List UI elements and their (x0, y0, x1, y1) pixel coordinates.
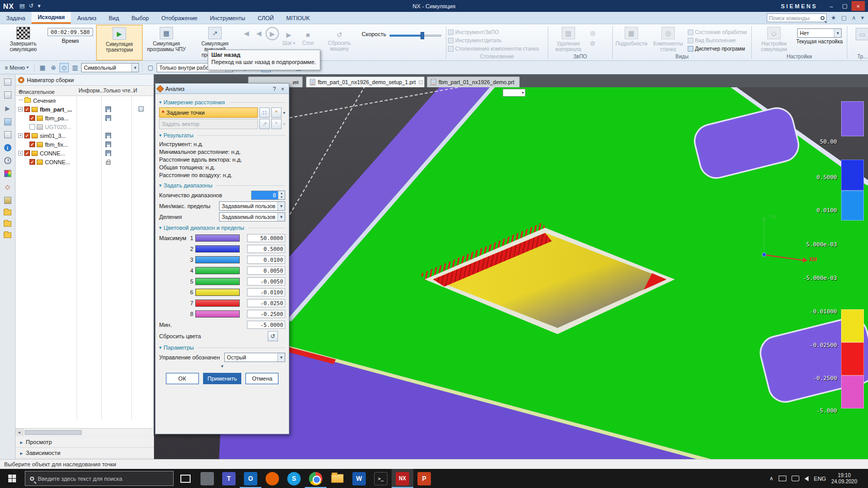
tray-chevron-icon[interactable]: ∧ (769, 475, 773, 482)
color-swatch[interactable] (195, 234, 240, 242)
speed-slider-thumb[interactable] (421, 32, 424, 39)
tree-row-conne-2[interactable]: ✓ CONNE... (16, 158, 153, 166)
checkbox-checked[interactable]: ✓ (29, 159, 35, 165)
tab-ishodnaya[interactable]: Исходная (32, 12, 71, 24)
tab-vid[interactable]: Вид (103, 12, 126, 24)
collapse-expander-icon[interactable]: − (18, 107, 23, 112)
scope-icon[interactable]: ▢ (146, 63, 155, 72)
taskbar-app-outlook[interactable]: O (240, 469, 261, 488)
minimize-ribbon-icon[interactable]: ∧ (850, 14, 857, 21)
ivs-option-1-icon[interactable]: ◎ (588, 28, 597, 38)
settings-preset-combo[interactable]: Нет ▾ (797, 28, 842, 38)
checkbox-checked[interactable]: ✓ (24, 150, 30, 156)
close-button[interactable]: × (851, 1, 865, 11)
type-filter-combo[interactable]: Символьный ▾ (81, 63, 139, 72)
color-swatch[interactable] (195, 256, 240, 263)
section-ranges[interactable]: ▾ Задать диапазоны (159, 182, 285, 188)
tab-vybor[interactable]: Выбор (125, 12, 155, 24)
taskbar-app-explorer[interactable] (327, 469, 348, 488)
inferred-point-button[interactable]: * (271, 107, 282, 118)
details-button[interactable]: ▦ Подробности (614, 25, 648, 46)
taskbar-app-firefox[interactable] (261, 469, 283, 488)
specify-point-field[interactable]: * Задание точки (159, 107, 258, 118)
brush-icon[interactable]: ◇ (4, 183, 12, 191)
section-color-ranges[interactable]: ▾ Цветовой диапазон и пределы (159, 225, 285, 231)
minimum-value-field[interactable]: -5.0000 (247, 321, 285, 329)
range-value-field[interactable]: -0.0250 (247, 299, 285, 307)
minmax-combo[interactable]: Задаваемый пользов ▾ (219, 201, 285, 211)
taskbar-app-nx[interactable]: NX (392, 469, 413, 488)
machine-components-button[interactable]: ◎ Компоненты станка (649, 25, 687, 52)
assembly-navigator-icon[interactable] (4, 78, 11, 86)
tr-group-icon[interactable]: ▭ (856, 28, 868, 40)
section-distance-measure[interactable]: ▾ Измерение расстояния (159, 99, 285, 105)
reset-colors-button[interactable]: ↺ (268, 331, 278, 341)
checkbox-unchecked[interactable] (29, 124, 35, 130)
play-icon[interactable]: ▶ (266, 27, 279, 40)
hscrollbar-thumb[interactable] (25, 430, 82, 435)
step-forward-button[interactable]: ▶ Шаг▾ (280, 27, 298, 46)
marker-combo[interactable]: Острый ▾ (224, 353, 285, 362)
processing-state-toggle[interactable]: Состояние обработки (688, 28, 749, 36)
range-value-field[interactable]: -0.0100 (247, 288, 285, 296)
simulation-settings-button[interactable]: ◇ Настройки симуляции (753, 25, 795, 52)
material-removal-button[interactable]: ▥ Удаление материала (550, 25, 587, 52)
time-field[interactable]: 00:02:09.580 (48, 28, 93, 36)
section-parameters[interactable]: ▾ Параметры (159, 344, 285, 351)
selection-filter-icon-2[interactable]: ⊕ (49, 63, 58, 72)
taskbar-app-teams[interactable]: T (218, 469, 240, 488)
minimize-button[interactable]: – (825, 1, 838, 11)
column-readonly[interactable]: Только чте... (103, 87, 135, 93)
viewport-mini-dropdown[interactable]: ▾ (503, 89, 525, 97)
inferred-vector-button[interactable]: * (271, 119, 282, 129)
range-value-field[interactable]: -0.0050 (247, 277, 285, 286)
reset-machine-button[interactable]: ↺ Сбросить машину (318, 27, 361, 52)
file-tab-demo[interactable]: fbm_part_01_nx1926_demo.prt (427, 76, 520, 87)
palette-icon[interactable] (4, 170, 11, 177)
checkbox-checked[interactable]: ✓ (24, 106, 30, 112)
selection-filter-icon-1[interactable]: ▦ (38, 63, 47, 72)
color-swatch[interactable] (195, 245, 240, 253)
selection-filter-icon-3[interactable]: ◇ (59, 63, 69, 72)
favorites-icon[interactable]: ★ (830, 14, 837, 21)
range-value-field[interactable]: 0.5000 (247, 245, 285, 253)
scroll-left-icon[interactable]: ◂ (16, 429, 23, 436)
taskbar-app-cmd[interactable]: >_ (370, 469, 392, 488)
tree-row-ugt[interactable]: UGT020... (16, 122, 153, 131)
history-icon[interactable] (4, 157, 11, 164)
constraint-navigator-icon[interactable] (4, 91, 11, 99)
templates-folder-icon[interactable] (4, 232, 11, 238)
tree-row-fbm-pa[interactable]: ✓ fbm_pa... (16, 114, 153, 122)
collision-tool-part-toggle[interactable]: Инструмент/деталь (448, 37, 539, 44)
tab-zadacha[interactable]: Задача (0, 12, 32, 24)
ribbon-options-icon[interactable]: ▾ (860, 14, 865, 21)
range-value-field[interactable]: 0.0050 (247, 266, 285, 275)
taskbar-app-chrome[interactable] (305, 469, 327, 488)
task-view-button[interactable] (175, 469, 196, 488)
folder-icon[interactable] (4, 210, 11, 215)
navigator-hscrollbar[interactable]: ◂ (16, 428, 153, 436)
taskbar-clock[interactable]: 19:10 24.09.2020 (831, 473, 857, 485)
taskbar-app-powerpoint[interactable]: P (413, 469, 435, 488)
ok-button[interactable]: ОК (166, 373, 199, 384)
tab-analiz[interactable]: Анализ (71, 12, 102, 24)
tab-otobrazhenie[interactable]: Отображение (155, 12, 204, 24)
column-info[interactable]: Информ... (79, 87, 104, 93)
column-i[interactable]: И (133, 87, 137, 93)
stop-button[interactable]: ■ Стоп (299, 27, 317, 46)
range-value-field[interactable]: 50.0000 (247, 234, 285, 242)
pin-icon[interactable]: ▢ (419, 80, 423, 85)
selection-filter-icon-4[interactable]: ▥ (70, 63, 80, 72)
layers-icon[interactable] (4, 197, 11, 204)
menu-button[interactable]: ≡ Меню ▾ (2, 64, 31, 72)
jump-back-icon[interactable]: ◀ (241, 27, 252, 39)
file-tab-setup[interactable]: fbm_part_01_nx1926_demo_setup_1.prt ▢ × (306, 76, 425, 87)
checkbox-checked[interactable]: ✓ (24, 133, 30, 138)
info-icon[interactable]: i (4, 144, 11, 151)
origin-point[interactable] (762, 253, 766, 257)
taskbar-app-generic[interactable] (196, 469, 218, 488)
divisions-combo[interactable]: Задаваемый пользов ▾ (219, 212, 285, 222)
taskbar-app-word[interactable]: W (348, 469, 370, 488)
color-swatch[interactable] (195, 289, 240, 296)
cancel-button[interactable]: Отмена (245, 373, 278, 384)
